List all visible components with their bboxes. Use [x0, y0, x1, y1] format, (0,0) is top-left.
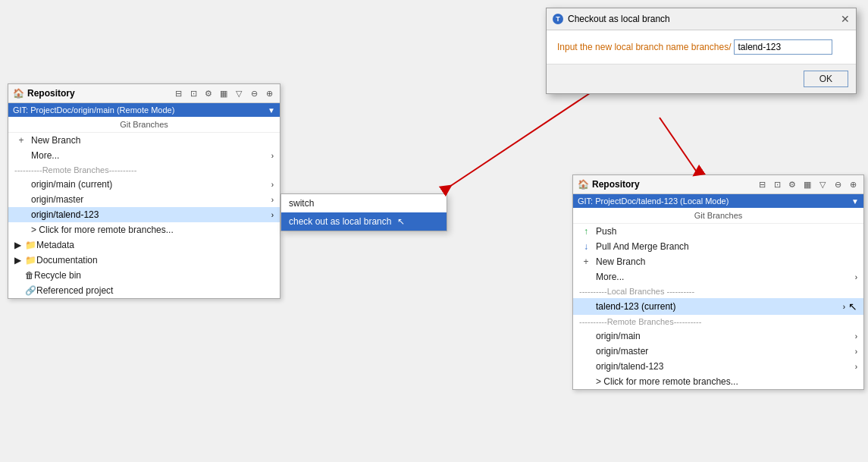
- referenced-project-label: Referenced project: [36, 285, 113, 296]
- right-repository-panel: 🏠 Repository ⊟ ⊡ ⚙ ▦ ▽ ⊖ ⊕ GIT: ProjectD…: [572, 174, 864, 390]
- right-dropdown-bar[interactable]: GIT: ProjectDoc/talend-123 (Local Mode) …: [573, 194, 863, 208]
- pull-merge-item[interactable]: ↓ Pull And Merge Branch: [573, 239, 863, 254]
- branch-name-input[interactable]: [734, 39, 832, 55]
- origin-talend123-item[interactable]: origin/talend-123 ›: [8, 207, 280, 222]
- panel-icon-5[interactable]: ▽: [233, 87, 245, 99]
- right-cursor: ↖: [848, 300, 857, 313]
- documentation-item[interactable]: ▶ 📁 Documentation: [8, 253, 280, 268]
- new-branch-item[interactable]: + New Branch: [8, 133, 280, 148]
- panel-icon-3[interactable]: ⚙: [202, 87, 215, 99]
- right-origin-talend123-item[interactable]: origin/talend-123 ›: [573, 359, 863, 374]
- right-new-branch-item[interactable]: + New Branch: [573, 254, 863, 269]
- checkout-local-label: check out as local branch: [289, 216, 391, 227]
- right-panel-icon-1[interactable]: ⊟: [756, 178, 768, 190]
- right-home-icon: 🏠: [578, 179, 589, 190]
- talend123-current-label: talend-123 (current): [596, 301, 675, 312]
- right-panel-icon-5[interactable]: ▽: [816, 178, 829, 190]
- right-panel-icon-3[interactable]: ⚙: [786, 178, 798, 190]
- dialog-prompt-label: Input the new local branch name branches…: [557, 42, 731, 52]
- origin-master-label: origin/master: [31, 194, 83, 205]
- documentation-expand: ▶: [14, 255, 24, 266]
- origin-talend-arrow: ›: [271, 211, 274, 219]
- dialog-footer: OK: [547, 64, 856, 93]
- recycle-bin-item[interactable]: 🗑 Recycle bin: [8, 268, 280, 283]
- push-item[interactable]: ↑ Push: [573, 224, 863, 239]
- ok-button[interactable]: OK: [804, 71, 848, 87]
- right-origin-master-arrow: ›: [855, 347, 857, 356]
- documentation-folder-icon: 📁: [25, 255, 36, 266]
- plus-icon: +: [14, 135, 28, 146]
- local-branches-separator: ----------Local Branches ----------: [573, 284, 863, 298]
- right-origin-master-item[interactable]: origin/master ›: [573, 344, 863, 359]
- metadata-expand: ▶: [14, 240, 24, 250]
- right-more-item[interactable]: More... ›: [573, 269, 863, 284]
- metadata-folder-icon: 📁: [25, 240, 36, 250]
- more-item[interactable]: More... ›: [8, 148, 280, 163]
- right-section-title: Git Branches: [573, 208, 863, 224]
- right-origin-main-label: origin/main: [596, 331, 641, 341]
- push-icon: ↑: [579, 226, 593, 237]
- new-branch-label: New Branch: [31, 135, 80, 146]
- origin-master-item[interactable]: origin/master ›: [8, 192, 280, 207]
- talend123-current-item[interactable]: talend-123 (current) › ↖: [573, 298, 863, 315]
- right-panel-icon-2[interactable]: ⊡: [771, 178, 783, 190]
- panel-icon-2[interactable]: ⊡: [187, 87, 199, 99]
- context-menu: switch check out as local branch ↖: [280, 193, 447, 231]
- panel-icon-6[interactable]: ⊖: [248, 87, 260, 99]
- origin-master-arrow: ›: [271, 196, 274, 204]
- right-new-branch-label: New Branch: [596, 256, 645, 267]
- referenced-project-item[interactable]: 🔗 Referenced project: [8, 283, 280, 298]
- left-dropdown-arrow[interactable]: ▼: [268, 106, 275, 115]
- remote-branches-separator: ----------Remote Branches----------: [8, 163, 280, 177]
- trash-icon: 🗑: [25, 270, 34, 281]
- left-repository-panel: 🏠 Repository ⊟ ⊡ ⚙ ▦ ▽ ⊖ ⊕ GIT: ProjectD…: [8, 83, 280, 299]
- checkout-local-item[interactable]: check out as local branch ↖: [281, 212, 447, 231]
- left-panel-title: Repository: [27, 88, 169, 99]
- right-more-remote-item[interactable]: > Click for more remote branches...: [573, 374, 863, 389]
- origin-main-label: origin/main (current): [31, 179, 112, 190]
- right-panel-header: 🏠 Repository ⊟ ⊡ ⚙ ▦ ▽ ⊖ ⊕: [573, 175, 863, 194]
- origin-main-item[interactable]: origin/main (current) ›: [8, 177, 280, 192]
- right-remote-branches-separator: ----------Remote Branches----------: [573, 315, 863, 328]
- ref-expand: [14, 285, 24, 296]
- right-panel-icon-7[interactable]: ⊕: [847, 178, 859, 190]
- recycle-bin-label: Recycle bin: [34, 270, 81, 281]
- left-dropdown-text: GIT: ProjectDoc/origin/main (Remote Mode…: [13, 105, 174, 115]
- right-origin-talend123-label: origin/talend-123: [596, 361, 663, 372]
- dialog-title-text: Checkout as local branch: [568, 14, 670, 24]
- origin-talend123-label: origin/talend-123: [31, 209, 99, 220]
- right-panel-title: Repository: [592, 179, 753, 190]
- talend-current-arrow: ›: [843, 303, 845, 311]
- push-label: Push: [596, 226, 616, 237]
- right-origin-main-arrow: ›: [855, 332, 857, 341]
- recycle-expand: [14, 270, 24, 281]
- right-panel-icon-6[interactable]: ⊖: [832, 178, 844, 190]
- right-more-arrow: ›: [855, 273, 857, 281]
- right-dropdown-arrow[interactable]: ▼: [851, 197, 859, 206]
- panel-icon-1[interactable]: ⊟: [172, 87, 184, 99]
- origin-main-arrow: ›: [271, 181, 274, 189]
- switch-item[interactable]: switch: [281, 194, 447, 212]
- checkout-dialog: T Checkout as local branch ✕ Input the n…: [546, 8, 857, 94]
- right-panel-icon-4[interactable]: ▦: [801, 178, 813, 190]
- metadata-item[interactable]: ▶ 📁 Metadata: [8, 237, 280, 253]
- right-dropdown-text: GIT: ProjectDoc/talend-123 (Local Mode): [578, 196, 729, 206]
- right-origin-main-item[interactable]: origin/main ›: [573, 328, 863, 344]
- dialog-body: Input the new local branch name branches…: [547, 30, 856, 64]
- right-origin-master-label: origin/master: [596, 346, 648, 357]
- right-more-remote-label: > Click for more remote branches...: [596, 376, 738, 387]
- dialog-git-icon: T: [553, 14, 563, 24]
- panel-icon-4[interactable]: ▦: [218, 87, 230, 99]
- dialog-close-button[interactable]: ✕: [841, 13, 850, 25]
- left-dropdown-bar[interactable]: GIT: ProjectDoc/origin/main (Remote Mode…: [8, 103, 280, 117]
- right-origin-talend-arrow: ›: [855, 363, 857, 371]
- dialog-titlebar: T Checkout as local branch ✕: [547, 8, 856, 30]
- right-more-label: More...: [596, 272, 624, 282]
- panel-icon-7[interactable]: ⊕: [263, 87, 275, 99]
- right-plus-icon: +: [579, 256, 593, 267]
- more-arrow: ›: [271, 152, 274, 160]
- documentation-label: Documentation: [36, 255, 98, 266]
- more-remote-item[interactable]: > Click for more remote branches...: [8, 222, 280, 237]
- pull-icon: ↓: [579, 241, 593, 252]
- dialog-input-row: Input the new local branch name branches…: [557, 39, 845, 55]
